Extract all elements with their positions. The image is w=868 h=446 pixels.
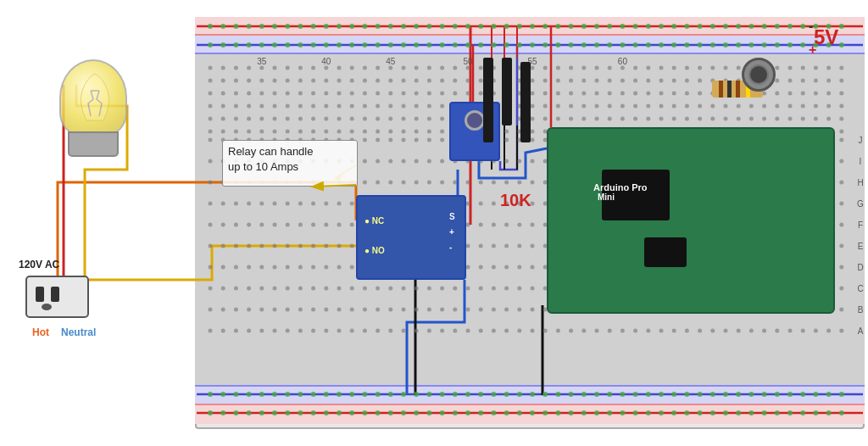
relay-no-label: ● NO <box>364 246 385 255</box>
resistor-band-3 <box>736 81 740 98</box>
relay-minus-terminal: - <box>449 243 452 252</box>
arduino-secondary-chip <box>644 237 687 267</box>
arduino-label: Arduino Pro Mini <box>593 182 648 202</box>
bulb-glass <box>59 59 127 136</box>
bulb-filament-svg <box>61 61 129 137</box>
ac-voltage-label: 120V AC <box>19 259 59 270</box>
transistor-2 <box>502 58 512 125</box>
relay-plus-terminal: + <box>449 227 454 237</box>
resistor-band-2 <box>727 81 732 98</box>
hot-wire-label: Hot <box>32 326 49 338</box>
voltage-minus-label: - <box>809 19 813 34</box>
outlet-slot-hot <box>36 287 44 302</box>
potentiometer-knob <box>465 110 485 131</box>
resistor-band-1 <box>719 81 723 98</box>
relay-s-terminal: S <box>449 212 455 221</box>
transistors-group <box>483 58 531 142</box>
transistor-3 <box>520 62 531 142</box>
relay-module <box>356 195 466 280</box>
voltage-label: 5V <box>814 25 838 49</box>
rail-top-red <box>195 17 865 36</box>
neutral-wire-label: Neutral <box>61 326 96 338</box>
potentiometer-value-label: 10K <box>500 191 531 210</box>
outlet-ground-slot <box>42 304 52 310</box>
bulb-base <box>68 131 119 157</box>
rail-bottom-blue <box>195 385 865 404</box>
rail-top-blue <box>195 36 865 54</box>
buzzer-inner <box>748 64 769 85</box>
relay-nc-label: ● NC <box>364 216 384 226</box>
voltage-plus-label: + <box>809 42 816 58</box>
light-bulb-area <box>17 51 170 288</box>
outlet-slot-neutral <box>51 287 59 302</box>
relay-annotation: Relay can handle up to 10 Amps <box>222 140 358 187</box>
rail-bottom-red <box>195 404 865 424</box>
transistor-1 <box>483 58 493 142</box>
arduino-pro-mini <box>547 127 835 314</box>
